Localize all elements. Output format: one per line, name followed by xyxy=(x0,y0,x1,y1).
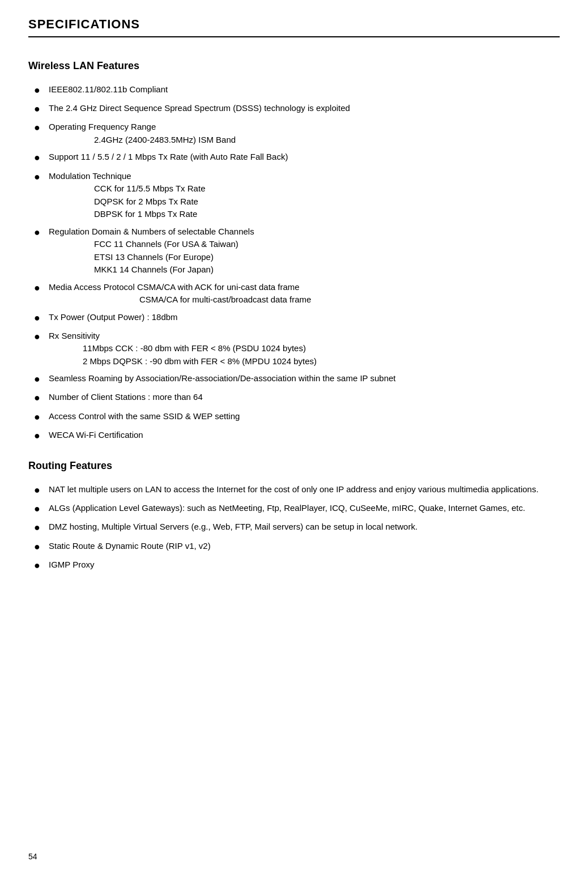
item-text: The 2.4 GHz Direct Sequence Spread Spect… xyxy=(49,102,560,115)
page-number: 54 xyxy=(28,852,37,861)
list-item: ● Number of Client Stations : more than … xyxy=(28,391,560,405)
list-item: ● Seamless Roaming by Association/Re-ass… xyxy=(28,372,560,386)
item-text: Static Route & Dynamic Route (RIP v1, v2… xyxy=(49,540,560,553)
bullet-icon: ● xyxy=(34,429,44,443)
bullet-icon: ● xyxy=(34,483,44,497)
item-text: DMZ hosting, Multiple Virtual Servers (e… xyxy=(49,521,560,534)
list-item: ● Tx Power (Output Power) : 18dbm xyxy=(28,311,560,325)
routing-heading: Routing Features xyxy=(28,460,560,472)
bullet-icon: ● xyxy=(34,502,44,516)
item-text: Operating Frequency Range 2.4GHz (2400-2… xyxy=(49,121,560,146)
item-text: Support 11 / 5.5 / 2 / 1 Mbps Tx Rate (w… xyxy=(49,151,560,164)
bullet-icon: ● xyxy=(34,151,44,165)
list-item: ● Modulation Technique CCK for 11/5.5 Mb… xyxy=(28,170,560,221)
item-text: Seamless Roaming by Association/Re-assoc… xyxy=(49,372,560,385)
list-item: ● IEEE802.11/802.11b Compliant xyxy=(28,83,560,97)
item-text: Number of Client Stations : more than 64 xyxy=(49,391,560,404)
bullet-icon: ● xyxy=(34,521,44,535)
bullet-icon: ● xyxy=(34,311,44,325)
wireless-section: Wireless LAN Features ● IEEE802.11/802.1… xyxy=(28,60,560,443)
item-text: Access Control with the same SSID & WEP … xyxy=(49,410,560,423)
item-text: Tx Power (Output Power) : 18dbm xyxy=(49,311,560,324)
list-item: ● Rx Sensitivity 11Mbps CCK : -80 dbm wi… xyxy=(28,330,560,368)
routing-list: ● NAT let multiple users on LAN to acces… xyxy=(28,483,560,573)
item-text: Modulation Technique CCK for 11/5.5 Mbps… xyxy=(49,170,560,221)
bullet-icon: ● xyxy=(34,102,44,116)
list-item: ● DMZ hosting, Multiple Virtual Servers … xyxy=(28,521,560,535)
bullet-icon: ● xyxy=(34,559,44,573)
list-item: ● Operating Frequency Range 2.4GHz (2400… xyxy=(28,121,560,146)
list-item: ● IGMP Proxy xyxy=(28,559,560,573)
list-item: ● Regulation Domain & Numbers of selecta… xyxy=(28,225,560,276)
item-text: ALGs (Application Level Gateways): such … xyxy=(49,502,560,515)
bullet-icon: ● xyxy=(34,372,44,386)
bullet-icon: ● xyxy=(34,391,44,405)
wireless-list: ● IEEE802.11/802.11b Compliant ● The 2.4… xyxy=(28,83,560,443)
item-text: Media Access Protocol CSMA/CA with ACK f… xyxy=(49,281,560,306)
item-text: WECA Wi-Fi Certification xyxy=(49,429,560,442)
bullet-icon: ● xyxy=(34,410,44,424)
routing-section: Routing Features ● NAT let multiple user… xyxy=(28,460,560,573)
item-text: IEEE802.11/802.11b Compliant xyxy=(49,83,560,96)
item-text: Regulation Domain & Numbers of selectabl… xyxy=(49,225,560,276)
list-item: ● NAT let multiple users on LAN to acces… xyxy=(28,483,560,497)
bullet-icon: ● xyxy=(34,281,44,295)
list-item: ● Static Route & Dynamic Route (RIP v1, … xyxy=(28,540,560,554)
item-text: IGMP Proxy xyxy=(49,559,560,572)
list-item: ● WECA Wi-Fi Certification xyxy=(28,429,560,443)
list-item: ● Support 11 / 5.5 / 2 / 1 Mbps Tx Rate … xyxy=(28,151,560,165)
bullet-icon: ● xyxy=(34,121,44,135)
bullet-icon: ● xyxy=(34,83,44,97)
item-text: Rx Sensitivity 11Mbps CCK : -80 dbm with… xyxy=(49,330,560,368)
page-title: SPECIFICATIONS xyxy=(28,17,560,37)
list-item: ● Media Access Protocol CSMA/CA with ACK… xyxy=(28,281,560,306)
bullet-icon: ● xyxy=(34,330,44,344)
bullet-icon: ● xyxy=(34,225,44,240)
bullet-icon: ● xyxy=(34,170,44,184)
bullet-icon: ● xyxy=(34,540,44,554)
wireless-heading: Wireless LAN Features xyxy=(28,60,560,72)
list-item: ● Access Control with the same SSID & WE… xyxy=(28,410,560,424)
item-text: NAT let multiple users on LAN to access … xyxy=(49,483,560,496)
list-item: ● The 2.4 GHz Direct Sequence Spread Spe… xyxy=(28,102,560,116)
list-item: ● ALGs (Application Level Gateways): suc… xyxy=(28,502,560,516)
